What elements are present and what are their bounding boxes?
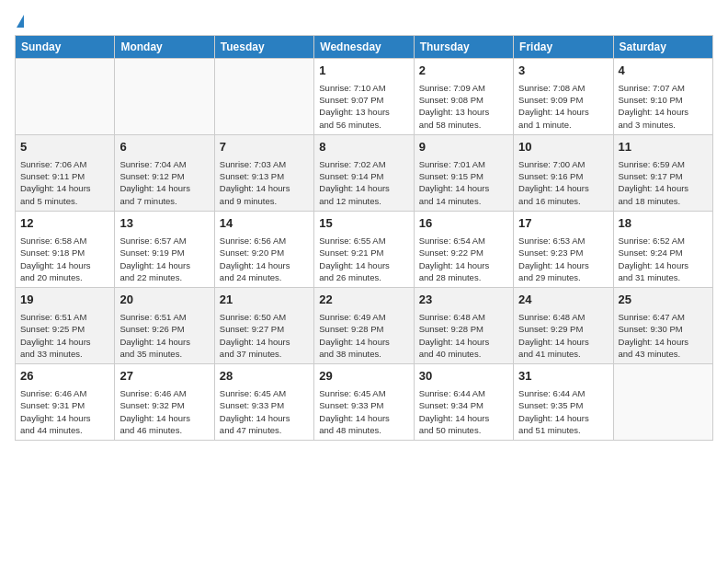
- calendar-cell: 21Sunrise: 6:50 AMSunset: 9:27 PMDayligh…: [214, 288, 313, 364]
- day-number: 25: [619, 292, 708, 309]
- day-number: 30: [419, 368, 508, 385]
- day-number: 12: [20, 215, 109, 233]
- calendar-cell: 27Sunrise: 6:46 AMSunset: 9:32 PMDayligh…: [115, 364, 214, 441]
- calendar-cell: 17Sunrise: 6:53 AMSunset: 9:23 PMDayligh…: [514, 212, 613, 288]
- day-info-text: Sunrise: 6:51 AMSunset: 9:26 PMDaylight:…: [119, 311, 209, 360]
- calendar-cell: 31Sunrise: 6:44 AMSunset: 9:35 PMDayligh…: [514, 364, 613, 441]
- day-info-text: Sunrise: 6:45 AMSunset: 9:33 PMDaylight:…: [220, 387, 309, 436]
- calendar-cell: 23Sunrise: 6:48 AMSunset: 9:28 PMDayligh…: [414, 288, 513, 364]
- day-number: 26: [20, 368, 109, 385]
- day-info-text: Sunrise: 6:46 AMSunset: 9:31 PMDaylight:…: [20, 387, 109, 436]
- day-number: 3: [518, 63, 608, 80]
- day-header-tuesday: Tuesday: [214, 36, 313, 59]
- day-info-text: Sunrise: 7:08 AMSunset: 9:09 PMDaylight:…: [518, 82, 608, 131]
- day-number: 17: [518, 215, 608, 233]
- page-header: [15, 15, 713, 28]
- day-info-text: Sunrise: 7:10 AMSunset: 9:07 PMDaylight:…: [319, 82, 408, 131]
- day-info-text: Sunrise: 6:50 AMSunset: 9:27 PMDaylight:…: [220, 311, 309, 360]
- day-info-text: Sunrise: 6:44 AMSunset: 9:35 PMDaylight:…: [518, 387, 608, 436]
- day-number: 1: [319, 63, 408, 80]
- calendar-cell: [613, 364, 712, 441]
- calendar-cell: 24Sunrise: 6:48 AMSunset: 9:29 PMDayligh…: [514, 288, 613, 364]
- day-info-text: Sunrise: 7:00 AMSunset: 9:16 PMDaylight:…: [518, 158, 608, 207]
- calendar-cell: 30Sunrise: 6:44 AMSunset: 9:34 PMDayligh…: [414, 364, 513, 441]
- day-number: 28: [220, 368, 309, 385]
- day-number: 7: [220, 139, 309, 156]
- day-info-text: Sunrise: 6:47 AMSunset: 9:30 PMDaylight:…: [619, 311, 708, 360]
- calendar-week-row: 26Sunrise: 6:46 AMSunset: 9:31 PMDayligh…: [16, 364, 713, 441]
- day-number: 11: [619, 139, 708, 156]
- day-info-text: Sunrise: 6:46 AMSunset: 9:32 PMDaylight:…: [119, 387, 209, 436]
- calendar-cell: 1Sunrise: 7:10 AMSunset: 9:07 PMDaylight…: [314, 59, 414, 135]
- day-header-friday: Friday: [514, 36, 613, 59]
- calendar-cell: 26Sunrise: 6:46 AMSunset: 9:31 PMDayligh…: [16, 364, 115, 441]
- day-number: 14: [220, 215, 309, 233]
- day-number: 29: [319, 368, 408, 385]
- day-header-saturday: Saturday: [613, 36, 712, 59]
- calendar-cell: 11Sunrise: 6:59 AMSunset: 9:17 PMDayligh…: [613, 135, 712, 212]
- day-number: 23: [419, 292, 508, 309]
- day-info-text: Sunrise: 7:02 AMSunset: 9:14 PMDaylight:…: [319, 158, 408, 207]
- day-info-text: Sunrise: 6:58 AMSunset: 9:18 PMDaylight:…: [20, 235, 109, 283]
- day-number: 9: [419, 139, 508, 156]
- calendar-cell: 10Sunrise: 7:00 AMSunset: 9:16 PMDayligh…: [514, 135, 613, 212]
- calendar-cell: 12Sunrise: 6:58 AMSunset: 9:18 PMDayligh…: [16, 212, 115, 288]
- day-info-text: Sunrise: 6:55 AMSunset: 9:21 PMDaylight:…: [319, 235, 408, 283]
- day-info-text: Sunrise: 7:03 AMSunset: 9:13 PMDaylight:…: [220, 158, 309, 207]
- day-info-text: Sunrise: 6:56 AMSunset: 9:20 PMDaylight:…: [220, 235, 309, 283]
- calendar-cell: 22Sunrise: 6:49 AMSunset: 9:28 PMDayligh…: [314, 288, 414, 364]
- day-header-wednesday: Wednesday: [314, 36, 414, 59]
- logo-triangle-icon: [17, 15, 24, 28]
- calendar-cell: [115, 59, 214, 135]
- day-info-text: Sunrise: 6:44 AMSunset: 9:34 PMDaylight:…: [419, 387, 508, 436]
- logo: [15, 15, 24, 28]
- day-number: 27: [119, 368, 209, 385]
- calendar-week-row: 19Sunrise: 6:51 AMSunset: 9:25 PMDayligh…: [16, 288, 713, 364]
- calendar-cell: [214, 59, 313, 135]
- day-number: 4: [619, 63, 708, 80]
- calendar-cell: 18Sunrise: 6:52 AMSunset: 9:24 PMDayligh…: [613, 212, 712, 288]
- calendar-cell: 2Sunrise: 7:09 AMSunset: 9:08 PMDaylight…: [414, 59, 513, 135]
- day-info-text: Sunrise: 6:59 AMSunset: 9:17 PMDaylight:…: [619, 158, 708, 207]
- calendar-cell: 29Sunrise: 6:45 AMSunset: 9:33 PMDayligh…: [314, 364, 414, 441]
- day-info-text: Sunrise: 6:54 AMSunset: 9:22 PMDaylight:…: [419, 235, 508, 283]
- day-info-text: Sunrise: 6:52 AMSunset: 9:24 PMDaylight:…: [619, 235, 708, 283]
- day-number: 31: [518, 368, 608, 385]
- calendar-week-row: 5Sunrise: 7:06 AMSunset: 9:11 PMDaylight…: [16, 135, 713, 212]
- day-info-text: Sunrise: 6:48 AMSunset: 9:28 PMDaylight:…: [419, 311, 508, 360]
- calendar-cell: 14Sunrise: 6:56 AMSunset: 9:20 PMDayligh…: [214, 212, 313, 288]
- day-header-sunday: Sunday: [16, 36, 115, 59]
- calendar-cell: 7Sunrise: 7:03 AMSunset: 9:13 PMDaylight…: [214, 135, 313, 212]
- day-info-text: Sunrise: 6:57 AMSunset: 9:19 PMDaylight:…: [119, 235, 209, 283]
- calendar-cell: 3Sunrise: 7:08 AMSunset: 9:09 PMDaylight…: [514, 59, 613, 135]
- day-header-monday: Monday: [115, 36, 214, 59]
- calendar-cell: 6Sunrise: 7:04 AMSunset: 9:12 PMDaylight…: [115, 135, 214, 212]
- calendar-cell: 9Sunrise: 7:01 AMSunset: 9:15 PMDaylight…: [414, 135, 513, 212]
- day-number: 2: [419, 63, 508, 80]
- day-info-text: Sunrise: 6:49 AMSunset: 9:28 PMDaylight:…: [319, 311, 408, 360]
- day-number: 8: [319, 139, 408, 156]
- day-info-text: Sunrise: 7:09 AMSunset: 9:08 PMDaylight:…: [419, 82, 508, 131]
- day-number: 6: [119, 139, 209, 156]
- day-info-text: Sunrise: 7:04 AMSunset: 9:12 PMDaylight:…: [119, 158, 209, 207]
- calendar-week-row: 1Sunrise: 7:10 AMSunset: 9:07 PMDaylight…: [16, 59, 713, 135]
- calendar-week-row: 12Sunrise: 6:58 AMSunset: 9:18 PMDayligh…: [16, 212, 713, 288]
- day-info-text: Sunrise: 7:01 AMSunset: 9:15 PMDaylight:…: [419, 158, 508, 207]
- day-info-text: Sunrise: 7:07 AMSunset: 9:10 PMDaylight:…: [619, 82, 708, 131]
- day-number: 19: [20, 292, 109, 309]
- calendar-cell: 15Sunrise: 6:55 AMSunset: 9:21 PMDayligh…: [314, 212, 414, 288]
- day-number: 22: [319, 292, 408, 309]
- calendar-cell: [16, 59, 115, 135]
- calendar-cell: 25Sunrise: 6:47 AMSunset: 9:30 PMDayligh…: [613, 288, 712, 364]
- day-number: 10: [518, 139, 608, 156]
- day-number: 24: [518, 292, 608, 309]
- day-header-thursday: Thursday: [414, 36, 513, 59]
- day-info-text: Sunrise: 6:53 AMSunset: 9:23 PMDaylight:…: [518, 235, 608, 283]
- day-number: 16: [419, 215, 508, 233]
- day-info-text: Sunrise: 6:51 AMSunset: 9:25 PMDaylight:…: [20, 311, 109, 360]
- day-number: 21: [220, 292, 309, 309]
- day-number: 5: [20, 139, 109, 156]
- day-number: 20: [119, 292, 209, 309]
- calendar-cell: 28Sunrise: 6:45 AMSunset: 9:33 PMDayligh…: [214, 364, 313, 441]
- calendar-cell: 16Sunrise: 6:54 AMSunset: 9:22 PMDayligh…: [414, 212, 513, 288]
